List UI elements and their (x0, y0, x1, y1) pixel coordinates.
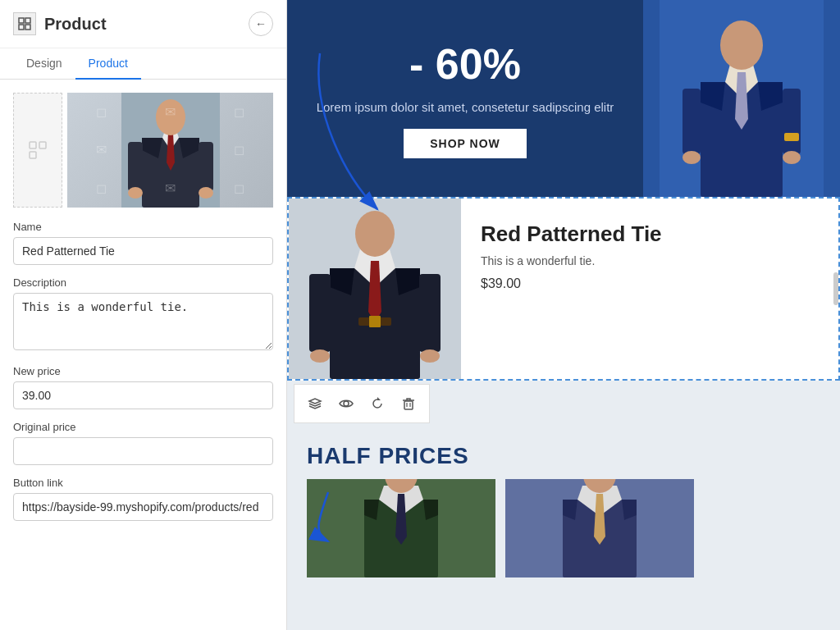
product-image-area: ◻ ✉ ◻ ✉ ◻ ◻ ✉ ◻ (0, 80, 286, 221)
tab-product[interactable]: Product (75, 48, 141, 80)
layers-button[interactable] (301, 390, 329, 418)
product-price: $39.00 (481, 276, 819, 291)
svg-point-45 (344, 401, 349, 406)
svg-rect-0 (19, 18, 24, 23)
product-description-text: This is a wonderful tie. (481, 253, 819, 270)
placeholder-cell: ◻ (204, 93, 273, 131)
product-toolbar (294, 384, 430, 423)
product-info-section: Red Patterned Tie This is a wonderful ti… (461, 199, 838, 379)
thumbnail-placeholder (13, 93, 62, 208)
svg-rect-44 (369, 316, 381, 327)
new-price-label: New price (13, 365, 273, 377)
svg-point-26 (720, 21, 763, 70)
product-main-image[interactable]: ◻ ✉ ◻ ✉ ◻ ◻ ✉ ◻ (67, 93, 273, 208)
new-price-input[interactable] (13, 381, 273, 409)
description-textarea[interactable] (13, 293, 273, 350)
svg-rect-47 (404, 401, 413, 409)
panel-header-left: Product (13, 12, 107, 35)
tab-design[interactable]: Design (13, 48, 75, 80)
new-price-group: New price (13, 365, 273, 409)
svg-rect-6 (30, 152, 36, 158)
name-input[interactable] (13, 237, 273, 265)
button-link-group: Button link (13, 477, 273, 521)
placeholder-cell (136, 131, 205, 170)
placeholder-cell: ◻ (204, 131, 273, 170)
product-highlight: Red Patterned Tie This is a wonderful ti… (287, 197, 840, 381)
name-group: Name (13, 221, 273, 265)
product-card-2 (505, 479, 694, 578)
svg-rect-1 (25, 18, 30, 23)
original-price-label: Original price (13, 421, 273, 433)
product-card-1 (307, 479, 495, 578)
svg-marker-46 (377, 397, 381, 400)
product-icon (13, 12, 36, 35)
svg-rect-27 (682, 89, 701, 154)
name-label: Name (13, 221, 273, 233)
button-link-label: Button link (13, 477, 273, 489)
svg-point-42 (420, 349, 440, 363)
shop-now-button[interactable]: SHOP NOW (404, 129, 527, 158)
original-price-group: Original price (13, 421, 273, 465)
form-section: Name Description New price Original pric… (0, 221, 286, 539)
button-link-input[interactable] (13, 493, 273, 521)
product-name-large: Red Patterned Tie (481, 221, 819, 247)
product-image-section (289, 199, 461, 379)
hero-section: - 60% Lorem ipsum dolor sit amet, conset… (287, 0, 840, 197)
description-group: Description (13, 276, 273, 354)
placeholder-cell: ◻ (67, 93, 136, 131)
svg-rect-40 (419, 274, 441, 352)
placeholder-cell: ✉ (136, 169, 205, 208)
placeholder-cell: ✉ (136, 93, 205, 131)
products-grid (307, 479, 820, 578)
tabs: Design Product (0, 48, 286, 80)
hero-body-text: Lorem ipsum dolor sit amet, consetetur s… (317, 98, 614, 116)
panel-title: Product (44, 15, 107, 34)
canvas-wrapper: - 60% Lorem ipsum dolor sit amet, conset… (287, 0, 840, 591)
delete-button[interactable] (395, 390, 422, 418)
right-panel: - 60% Lorem ipsum dolor sit amet, conset… (287, 0, 840, 630)
svg-point-29 (682, 151, 701, 164)
svg-rect-4 (30, 142, 36, 148)
svg-rect-2 (19, 25, 24, 30)
svg-point-30 (783, 151, 801, 164)
svg-point-38 (355, 211, 395, 257)
half-prices-title: HALF PRICES (307, 443, 820, 469)
svg-rect-3 (25, 25, 30, 30)
placeholder-grid: ◻ ✉ ◻ ✉ ◻ ◻ ✉ ◻ (67, 93, 273, 208)
placeholder-cell: ◻ (67, 169, 136, 208)
refresh-button[interactable] (363, 390, 391, 418)
hero-left: - 60% Lorem ipsum dolor sit amet, conset… (287, 0, 643, 197)
svg-rect-31 (784, 133, 799, 141)
placeholder-cell: ✉ (67, 131, 136, 170)
vertical-scrollbar[interactable] (833, 272, 838, 305)
svg-rect-39 (309, 274, 331, 352)
svg-point-41 (310, 349, 330, 363)
placeholder-cell: ◻ (204, 169, 273, 208)
hero-discount: - 60% (409, 39, 521, 89)
toolbar-container (287, 381, 840, 427)
svg-rect-5 (39, 142, 46, 148)
original-price-input[interactable] (13, 437, 273, 465)
description-label: Description (13, 276, 273, 289)
left-panel: Product ← Design Product (0, 0, 287, 630)
visibility-button[interactable] (332, 390, 360, 418)
panel-header: Product ← (0, 0, 286, 48)
half-prices-section: HALF PRICES (287, 427, 840, 591)
hero-right (643, 0, 840, 197)
svg-rect-28 (783, 89, 801, 154)
back-button[interactable]: ← (249, 11, 273, 36)
